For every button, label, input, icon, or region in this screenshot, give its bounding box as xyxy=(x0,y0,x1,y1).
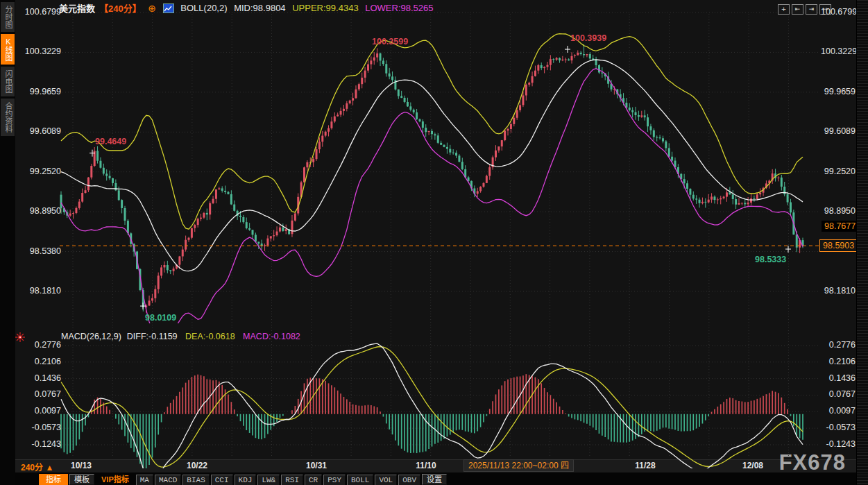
chart-header: 美元指数【240分】 ⊕ BOLL(20,2) MID:98.9804 UPPE… xyxy=(59,1,438,15)
swing-markers xyxy=(90,46,791,309)
sidebar-item[interactable]: 分时图 xyxy=(1,2,15,32)
axis-tick-label: 0.2106 xyxy=(821,357,856,366)
macd-macd-value: MACD:-0.1082 xyxy=(243,332,300,341)
date-tick-label: 10/31 xyxy=(306,461,327,470)
axis-tick-label: 0.1436 xyxy=(18,373,61,383)
sidebar-item[interactable]: K线图 xyxy=(1,34,15,65)
macd-indicator-label: MACD(26,12,9) xyxy=(61,332,121,341)
sidebar-item[interactable]: 闪电图 xyxy=(1,67,15,96)
chevron-up-icon: ▲ xyxy=(45,463,53,473)
axis-tick-label: 98.8950 xyxy=(821,206,856,216)
price-tag-previous: 98.7677 xyxy=(822,221,858,232)
axis-tick-label: 99.2520 xyxy=(18,167,61,176)
selected-candle-time: 2025/11/13 22:00~02:00 四 xyxy=(463,459,574,472)
axis-tick-label: 98.8950 xyxy=(18,206,61,216)
toolbar-button[interactable]: BIAS xyxy=(182,475,209,485)
axis-tick-label: 99.6089 xyxy=(821,126,856,136)
period-selector[interactable]: 240分 ▲ xyxy=(21,461,53,473)
axis-tick-label: 100.6799 xyxy=(821,7,856,17)
period-badge: 【240分】 xyxy=(99,3,142,14)
axis-tick-label: 0.0767 xyxy=(18,389,61,399)
axis-tick-label: 99.9659 xyxy=(18,87,61,96)
macd-diff-value: DIFF:-0.1159 xyxy=(127,332,178,341)
boll-upper-value: UPPER:99.4343 xyxy=(292,3,358,13)
time-axis: 240分 ▲ 10/1310/2210/3111/1011/2812/08 20… xyxy=(15,459,857,473)
macd-header: MACD(26,12,9)DIFF:-0.1159 DEA:-0.0618 MA… xyxy=(61,332,306,341)
axis-tick-label: 98.1810 xyxy=(821,286,856,296)
price-annotation: 98.5333 xyxy=(755,255,786,264)
axis-tick-label: 98.5380 xyxy=(18,246,61,256)
toolbar-button[interactable]: 设置 xyxy=(422,474,447,485)
gridlines xyxy=(60,12,819,457)
axis-tick-label: 0.0767 xyxy=(821,389,856,399)
toolbar-button[interactable]: 指标 xyxy=(39,474,68,485)
toolbar-button[interactable]: VOL xyxy=(375,475,397,485)
price-annotation: 100.3599 xyxy=(372,37,408,46)
toolbar-button[interactable]: LW& xyxy=(257,475,280,485)
window-button-icon[interactable]: ⇤ xyxy=(792,4,803,15)
boll-indicator-label: BOLL(20,2) xyxy=(180,3,227,13)
axis-tick-label: 100.3229 xyxy=(821,46,856,56)
indicator-toolbar: 指标模板VIP指标MAMACDBIASCCIKDJLW&RSICRPSYBOLL… xyxy=(15,473,857,485)
axis-tick-label: -0.1243 xyxy=(18,439,61,449)
toolbar-button[interactable]: CCI xyxy=(211,475,233,485)
date-tick-label: 11/10 xyxy=(416,461,436,470)
toolbar-button[interactable]: 模板 xyxy=(69,474,94,485)
add-indicator-icon[interactable]: ⊕ xyxy=(148,3,156,14)
chart-type-sidebar: 分时图K线图闪电图合约资料 xyxy=(0,0,15,485)
boll-lower-value: LOWER:98.5265 xyxy=(365,3,433,13)
axis-tick-label: 98.1810 xyxy=(18,286,61,296)
axis-tick-label: -0.1243 xyxy=(821,439,856,449)
macd-dea-value: DEA:-0.0618 xyxy=(185,332,235,341)
price-tag-current: 98.5903 xyxy=(819,239,858,252)
toolbar-button[interactable]: OBV xyxy=(398,475,420,485)
toolbar-button[interactable]: BOLL xyxy=(347,475,373,485)
period-label: 240分 xyxy=(21,463,43,473)
price-chart-canvas[interactable] xyxy=(0,0,868,485)
sidebar-item[interactable]: 合约资料 xyxy=(1,99,15,136)
window-button-icon[interactable]: ⇥ xyxy=(806,4,817,15)
axis-tick-label: 0.2776 xyxy=(18,340,61,350)
axis-tick-label: 100.3229 xyxy=(18,46,61,56)
boll-mid-value: MID:98.9804 xyxy=(234,3,285,13)
date-tick-label: 10/13 xyxy=(71,461,92,470)
axis-tick-label: 0.1436 xyxy=(821,373,856,383)
date-tick-label: 10/22 xyxy=(187,461,207,470)
toolbar-button[interactable]: MACD xyxy=(155,475,181,485)
toolbar-button[interactable]: PSY xyxy=(323,475,346,485)
date-tick-label: 11/28 xyxy=(635,461,655,470)
axis-tick-label: -0.0573 xyxy=(821,423,856,432)
price-annotation: 100.3939 xyxy=(570,33,606,43)
chart-type-icon[interactable] xyxy=(163,3,174,13)
date-tick-label: 12/08 xyxy=(742,461,763,470)
window-button-icon[interactable]: + xyxy=(778,4,790,15)
axis-tick-label: 0.0097 xyxy=(18,406,61,416)
axis-tick-label: 0.2106 xyxy=(18,357,61,366)
axis-tick-label: -0.0573 xyxy=(18,423,61,432)
axis-tick-label: 99.9659 xyxy=(821,87,856,96)
toolbar-button[interactable]: VIP指标 xyxy=(96,474,135,485)
axis-tick-label: 99.6089 xyxy=(18,126,61,136)
axis-tick-label: 0.0097 xyxy=(821,406,856,416)
toolbar-button[interactable]: CR xyxy=(305,475,322,485)
right-scrollbar[interactable] xyxy=(856,0,868,485)
axis-tick-label: 99.2520 xyxy=(821,167,856,176)
axis-tick-label: 100.6799 xyxy=(18,7,61,17)
toolbar-button[interactable]: KDJ xyxy=(235,475,257,485)
axis-tick-label: 0.2776 xyxy=(821,340,856,350)
symbol-title: 美元指数 xyxy=(59,3,95,14)
toolbar-button[interactable]: MA xyxy=(136,475,153,485)
candlestick-plot xyxy=(60,34,804,338)
price-annotation: 98.0109 xyxy=(145,313,176,323)
price-annotation: 99.4649 xyxy=(95,137,126,146)
toolbar-button[interactable]: RSI xyxy=(281,475,303,485)
